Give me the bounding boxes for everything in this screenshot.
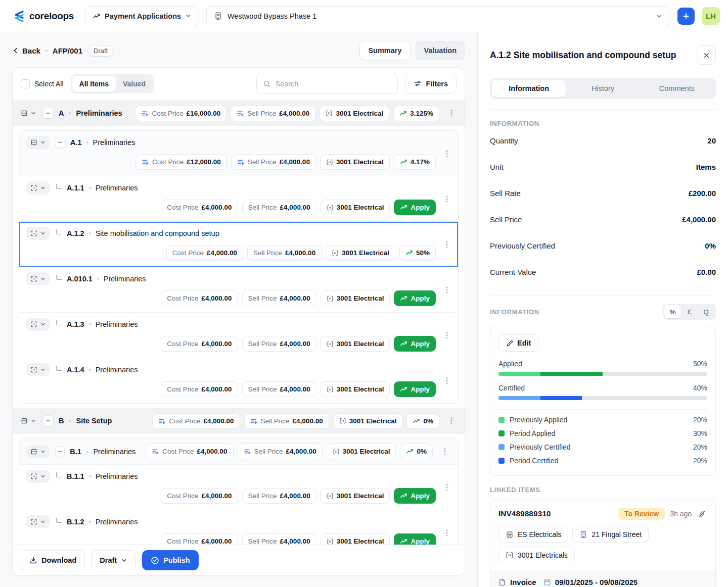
category-chip: 3001 Electrical <box>321 488 390 504</box>
cost-price-chip: Cost Price£4,000.00 <box>146 444 233 459</box>
row-type-icon[interactable] <box>20 414 37 427</box>
item-row[interactable]: B.1.1PreliminariesCost Price£4,000.00Sel… <box>19 465 458 510</box>
collapse-button[interactable] <box>42 415 54 426</box>
tab-valued[interactable]: Valued <box>116 76 153 92</box>
select-all[interactable]: Select All <box>21 79 64 88</box>
apply-button[interactable]: Apply <box>394 488 436 504</box>
back-button[interactable]: Back <box>12 46 40 55</box>
row-menu-button[interactable] <box>441 148 453 160</box>
tab-summary[interactable]: Summary <box>359 41 410 60</box>
row-menu-button[interactable] <box>441 238 453 251</box>
field-value: £200.00 <box>689 189 716 198</box>
search-box <box>256 74 398 94</box>
unit-toggle-pound[interactable]: £ <box>681 305 698 318</box>
section-header-row[interactable]: APreliminariesCost Price£16,000.00Sell P… <box>13 100 465 126</box>
draft-dropdown[interactable]: Draft <box>91 550 136 570</box>
row-menu-button[interactable] <box>441 527 453 539</box>
avatar[interactable]: LH <box>702 7 720 25</box>
cost-price-chip: Cost Price£4,000.00 <box>161 488 238 504</box>
expand-icon[interactable] <box>26 515 50 528</box>
code-brackets-icon <box>327 493 334 500</box>
row-menu-button[interactable] <box>441 481 453 494</box>
linked-item-card[interactable]: INV489889310 To Review 3h ago ES Electri… <box>490 500 716 587</box>
percent-chip: 4.17% <box>394 154 436 170</box>
transfer-icon <box>158 417 166 425</box>
filters-button[interactable]: Filters <box>405 74 457 94</box>
bar-value: 50% <box>693 360 707 368</box>
panel-tab-history[interactable]: History <box>566 80 640 97</box>
application-ref: AFP/001 <box>53 46 82 55</box>
item-row[interactable]: A.1.4PreliminariesCost Price£4,000.00Sel… <box>19 358 458 403</box>
row-menu-button[interactable] <box>445 107 458 119</box>
expand-icon[interactable] <box>26 227 50 240</box>
expand-icon[interactable] <box>26 181 50 194</box>
code-brackets-icon <box>506 551 514 559</box>
unlink-button[interactable] <box>697 509 707 519</box>
legend-row: Previously Applied20% <box>498 413 707 426</box>
expand-icon[interactable] <box>26 318 50 331</box>
section-header-row[interactable]: BSite SetupCost Price£4,000.00Sell Price… <box>13 408 465 434</box>
row-menu-button[interactable] <box>441 284 453 296</box>
group-header-row[interactable]: B.1PreliminariesCost Price£4,000.00Sell … <box>19 438 458 465</box>
cost-price-chip: Cost Price£4,000.00 <box>152 413 240 429</box>
scan-corners-icon <box>30 184 37 191</box>
apply-button[interactable]: Apply <box>394 336 436 352</box>
scan-corners-icon <box>30 518 37 525</box>
separator-dot <box>69 420 71 422</box>
publish-button[interactable]: Publish <box>142 550 198 570</box>
separator-dot <box>86 141 88 143</box>
row-menu-button[interactable] <box>441 193 453 205</box>
row-menu-button[interactable] <box>445 415 458 427</box>
row-menu-button[interactable] <box>439 446 451 458</box>
item-row[interactable]: A.010.1PreliminariesCost Price£4,000.00S… <box>19 267 458 313</box>
expand-icon[interactable] <box>26 470 50 483</box>
chip-value: 50% <box>416 249 430 257</box>
percent-chip: 0% <box>400 444 433 459</box>
row-chips: Cost Price£4,000.00Sell Price£4,000.0030… <box>146 444 433 459</box>
filter-icon <box>414 80 422 88</box>
collapse-button[interactable] <box>55 137 66 148</box>
row-chips: Cost Price£4,000.00Sell Price£4,000.0030… <box>161 381 436 397</box>
apply-button[interactable]: Apply <box>394 290 436 306</box>
apply-button[interactable]: Apply <box>394 533 436 545</box>
app-switcher-button[interactable]: Payment Applications <box>85 6 199 26</box>
panel-tab-comments[interactable]: Comments <box>640 80 714 97</box>
category-chip: 3001 Electrical <box>321 290 390 306</box>
close-panel-button[interactable] <box>697 45 716 65</box>
legend-value: 20% <box>693 416 707 424</box>
unit-toggle-quantity[interactable]: Q <box>698 305 714 318</box>
add-button[interactable] <box>677 8 695 25</box>
apply-button[interactable]: Apply <box>394 200 436 215</box>
row-chips: Cost Price£12,000.00Sell Price£4,000.003… <box>135 154 436 170</box>
item-row[interactable]: A.1.2Site mobilisation and compound setu… <box>19 222 458 267</box>
group-header-row[interactable]: A.1PreliminariesCost Price£12,000.00Sell… <box>19 131 458 176</box>
expand-icon[interactable] <box>26 363 50 376</box>
row-type-icon[interactable] <box>26 445 50 458</box>
edit-button[interactable]: Edit <box>498 334 538 352</box>
item-row[interactable]: A.1.3PreliminariesCost Price£4,000.00Sel… <box>19 313 458 358</box>
item-row[interactable]: B.1.2PreliminariesCost Price£4,000.00Sel… <box>19 510 458 545</box>
chip-value: £16,000.00 <box>187 110 221 117</box>
field-value: 0% <box>705 241 716 250</box>
unit-toggle-percent[interactable]: % <box>664 305 681 318</box>
search-input[interactable] <box>275 80 391 88</box>
collapse-button[interactable] <box>42 108 54 119</box>
chip-value: £4,000.00 <box>202 340 232 348</box>
select-all-checkbox[interactable] <box>21 79 30 88</box>
row-type-icon[interactable] <box>20 107 37 120</box>
row-type-icon[interactable] <box>26 136 50 149</box>
row-code: A.1.4 <box>67 366 84 374</box>
expand-icon[interactable] <box>26 272 50 285</box>
scan-corners-icon <box>30 230 37 237</box>
project-selector[interactable]: Westwood Bypass Phase 1 <box>206 6 670 26</box>
download-button[interactable]: Download <box>21 550 85 570</box>
item-row[interactable]: A.1.1PreliminariesCost Price£4,000.00Sel… <box>19 176 458 222</box>
collapse-button[interactable] <box>55 446 65 457</box>
panel-tab-information[interactable]: Information <box>492 80 566 97</box>
scan-corners-icon <box>30 473 37 480</box>
tab-valuation[interactable]: Valuation <box>416 41 465 60</box>
tab-all-items[interactable]: All Items <box>72 76 116 92</box>
row-menu-button[interactable] <box>441 329 453 341</box>
apply-button[interactable]: Apply <box>394 381 436 397</box>
row-menu-button[interactable] <box>441 375 453 387</box>
